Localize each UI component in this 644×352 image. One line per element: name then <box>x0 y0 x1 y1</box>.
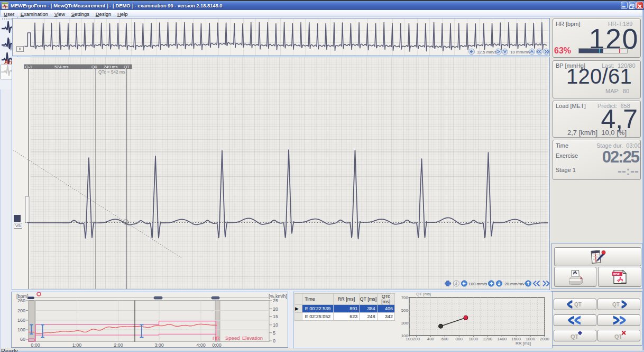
svg-text:300: 300 <box>401 321 409 326</box>
svg-text:4:00: 4:00 <box>196 342 206 348</box>
svg-text:RR [ms]: RR [ms] <box>516 341 531 346</box>
svg-text:1200: 1200 <box>483 337 492 341</box>
svg-text:524 ms: 524 ms <box>54 65 68 69</box>
svg-text:100 mm/s: 100 mm/s <box>468 282 487 286</box>
svg-text:700: 700 <box>401 295 409 300</box>
svg-text:Adobe: Adobe <box>621 282 627 284</box>
svg-text:Q-1: Q-1 <box>25 65 33 69</box>
svg-text:100: 100 <box>406 337 413 341</box>
svg-text:2000: 2000 <box>540 337 549 341</box>
svg-text:60: 60 <box>20 337 25 342</box>
svg-text:QT: QT <box>614 333 623 340</box>
svg-text:20 mm/mV: 20 mm/mV <box>504 282 525 286</box>
svg-text:0:00: 0:00 <box>31 342 40 348</box>
svg-text:249 ms: 249 ms <box>104 65 117 69</box>
svg-text:600: 600 <box>441 337 449 341</box>
svg-text:Elevation: Elevation <box>242 335 263 341</box>
svg-text:1000: 1000 <box>468 337 478 341</box>
svg-text:QT: QT <box>574 302 582 308</box>
svg-text:0: 0 <box>273 338 275 344</box>
svg-text:15: 15 <box>273 314 278 319</box>
svg-text:QT: QT <box>612 302 620 308</box>
svg-text:160: 160 <box>17 318 25 323</box>
svg-text:3:00: 3:00 <box>154 342 164 348</box>
svg-text:800: 800 <box>456 337 463 341</box>
svg-text:10 mm/mV: 10 mm/mV <box>510 50 531 55</box>
svg-text:QT: QT <box>124 65 130 69</box>
svg-text:1:00: 1:00 <box>72 342 82 348</box>
svg-text:100: 100 <box>17 327 25 332</box>
svg-text:2:00: 2:00 <box>114 342 123 348</box>
svg-text:12.5 mm/s: 12.5 mm/s <box>477 50 496 55</box>
svg-text:10: 10 <box>273 322 278 328</box>
svg-text:20: 20 <box>273 306 278 312</box>
svg-text:400: 400 <box>427 337 435 341</box>
svg-text:500: 500 <box>401 308 409 313</box>
svg-text:5: 5 <box>273 330 275 336</box>
svg-text:Q0: Q0 <box>91 65 97 69</box>
svg-text:Speed: Speed <box>225 335 240 341</box>
svg-text:200: 200 <box>17 308 25 313</box>
svg-text:PDF: PDF <box>613 273 620 276</box>
svg-text:200: 200 <box>413 337 420 341</box>
svg-text:HR: HR <box>213 335 220 341</box>
svg-text:QTc = 542 ms: QTc = 542 ms <box>98 70 125 75</box>
svg-text:25: 25 <box>273 298 278 303</box>
svg-text:260: 260 <box>17 298 25 303</box>
svg-text:1400: 1400 <box>497 337 507 341</box>
svg-text:0:00: 0:00 <box>212 342 222 348</box>
svg-text:QT [ms]: QT [ms] <box>416 292 431 296</box>
svg-text:QT: QT <box>571 333 579 340</box>
